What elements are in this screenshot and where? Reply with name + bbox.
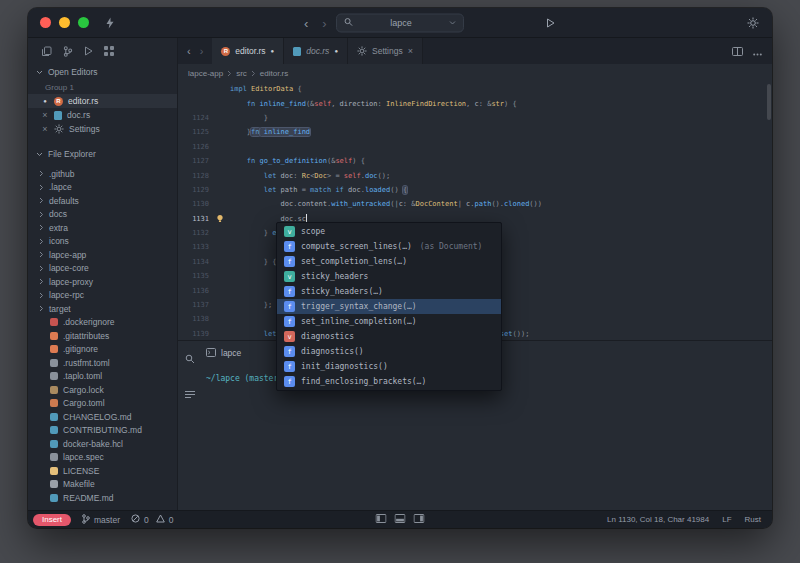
- modified-dot[interactable]: ●: [334, 48, 338, 54]
- open-editor-item[interactable]: ×doc.rs: [28, 108, 177, 122]
- sticky-code-line[interactable]: impl EditorData {: [178, 82, 772, 96]
- open-editor-item[interactable]: ×Settings: [28, 122, 177, 136]
- close-icon[interactable]: ×: [41, 111, 49, 120]
- file-tree-item[interactable]: .gitattributes: [28, 329, 177, 343]
- file-tree-item[interactable]: CONTRIBUTING.md: [28, 424, 177, 438]
- close-window-button[interactable]: [40, 17, 51, 28]
- file-tree-item[interactable]: Cargo.lock: [28, 383, 177, 397]
- completion-item[interactable]: fset_inline_completion(…): [277, 314, 501, 329]
- modified-dot[interactable]: ●: [41, 98, 49, 104]
- breadcrumb[interactable]: lapce-appsrceditor.rs: [178, 64, 772, 82]
- completion-item[interactable]: fset_completion_lens(…): [277, 254, 501, 269]
- file-tree-item[interactable]: docker-bake.hcl: [28, 437, 177, 451]
- folder-tree-item[interactable]: extra: [28, 221, 177, 235]
- terminal-tab[interactable]: lapce: [206, 348, 241, 359]
- tab-scroll-left-icon[interactable]: ‹: [187, 45, 191, 57]
- folder-tree-item[interactable]: lapce-rpc: [28, 289, 177, 303]
- completion-item[interactable]: vscope: [277, 224, 501, 239]
- scrollbar-thumb[interactable]: [767, 84, 771, 120]
- branch-indicator[interactable]: master: [82, 514, 120, 526]
- completion-item[interactable]: ftrigger_syntax_change(…): [277, 299, 501, 314]
- folder-tree-item[interactable]: .lapce: [28, 181, 177, 195]
- code-line[interactable]: 1125 }fn inline_find: [178, 125, 772, 139]
- folder-tree-item[interactable]: icons: [28, 235, 177, 249]
- maximize-window-button[interactable]: [78, 17, 89, 28]
- git-branch-icon: [82, 514, 90, 526]
- modified-dot[interactable]: ●: [271, 48, 275, 54]
- toggle-bottom-panel-icon[interactable]: [395, 514, 406, 525]
- file-tree-item[interactable]: Makefile: [28, 478, 177, 492]
- file-tree-item[interactable]: .rustfmt.toml: [28, 356, 177, 370]
- tab-scroll-right-icon[interactable]: ›: [200, 45, 204, 57]
- file-name: README.md: [63, 493, 114, 503]
- explorer-icon[interactable]: [41, 46, 52, 57]
- code-line[interactable]: 1127 fn go_to_definition(&self) {: [178, 154, 772, 168]
- file-tree-item[interactable]: Cargo.toml: [28, 397, 177, 411]
- open-editor-item[interactable]: ●Reditor.rs: [28, 94, 177, 108]
- completion-item[interactable]: vsticky_headers: [277, 269, 501, 284]
- tab-editor-rs[interactable]: Reditor.rs●: [212, 38, 284, 64]
- plugins-icon[interactable]: [104, 46, 114, 56]
- breadcrumb-item[interactable]: lapce-app: [188, 69, 223, 78]
- code-text: }: [230, 114, 268, 122]
- file-tree-item[interactable]: .gitignore: [28, 343, 177, 357]
- file-tree-item[interactable]: .taplo.toml: [28, 370, 177, 384]
- settings-gear-icon[interactable]: [747, 17, 759, 29]
- mode-indicator[interactable]: Insert: [33, 514, 71, 526]
- folder-tree-item[interactable]: defaults: [28, 194, 177, 208]
- completion-item[interactable]: finit_diagnostics(): [277, 359, 501, 374]
- code-line[interactable]: 1126: [178, 140, 772, 154]
- toggle-right-panel-icon[interactable]: [414, 514, 425, 525]
- code-line[interactable]: 1124 }: [178, 111, 772, 125]
- completion-item[interactable]: fsticky_headers(…): [277, 284, 501, 299]
- command-palette[interactable]: lapce: [336, 13, 464, 32]
- titlebar[interactable]: ‹ › lapce: [28, 8, 772, 38]
- file-tree-item[interactable]: lapce.spec: [28, 451, 177, 465]
- breadcrumb-item[interactable]: src: [236, 69, 247, 78]
- split-editor-icon[interactable]: [732, 42, 743, 60]
- file-tree-item[interactable]: CHANGELOG.md: [28, 410, 177, 424]
- completion-item[interactable]: fcompute_screen_lines(…)(as Document): [277, 239, 501, 254]
- navigate-back-button[interactable]: ‹: [304, 16, 308, 31]
- folder-tree-item[interactable]: docs: [28, 208, 177, 222]
- debug-icon[interactable]: [84, 46, 93, 56]
- tab-doc-rs[interactable]: doc.rs●: [284, 38, 348, 64]
- code-action-bulb-icon[interactable]: [214, 214, 230, 223]
- problems-icon[interactable]: [185, 385, 195, 403]
- close-icon[interactable]: ×: [408, 46, 413, 56]
- minimize-window-button[interactable]: [59, 17, 70, 28]
- completion-item[interactable]: fdiagnostics(): [277, 344, 501, 359]
- breadcrumb-item[interactable]: editor.rs: [260, 69, 288, 78]
- rust-file-icon: R: [221, 47, 230, 56]
- open-editors-header[interactable]: Open Editors: [28, 64, 177, 80]
- folder-tree-item[interactable]: lapce-core: [28, 262, 177, 276]
- completion-item[interactable]: ffind_enclosing_brackets(…): [277, 374, 501, 389]
- close-icon[interactable]: ×: [41, 125, 49, 134]
- folder-tree-item[interactable]: lapce-proxy: [28, 275, 177, 289]
- file-explorer-header[interactable]: File Explorer: [28, 146, 177, 162]
- code-line[interactable]: 1128 let doc: Rc<Doc> = self.doc();: [178, 168, 772, 182]
- tab-settings[interactable]: Settings×: [348, 38, 423, 64]
- line-ending-indicator[interactable]: LF: [722, 515, 731, 524]
- file-tree-item[interactable]: LICENSE: [28, 464, 177, 478]
- folder-tree-item[interactable]: .github: [28, 167, 177, 181]
- folder-tree-item[interactable]: target: [28, 302, 177, 316]
- code-line[interactable]: 1130 doc.content.with_untracked(|c: &Doc…: [178, 197, 772, 211]
- folder-tree-item[interactable]: lapce-app: [28, 248, 177, 262]
- run-button[interactable]: [546, 18, 555, 28]
- language-indicator[interactable]: Rust: [745, 515, 761, 524]
- file-tree-item[interactable]: .dockerignore: [28, 316, 177, 330]
- search-icon[interactable]: [185, 350, 195, 368]
- file-tree-item[interactable]: README.md: [28, 491, 177, 505]
- cursor-position[interactable]: Ln 1130, Col 18, Char 41984: [607, 515, 709, 524]
- completion-item[interactable]: vdiagnostics: [277, 329, 501, 344]
- line-number: 1137: [178, 301, 214, 309]
- toggle-left-panel-icon[interactable]: [376, 514, 387, 525]
- sticky-code-line[interactable]: fn inline_find(&self, direction: InlineF…: [178, 96, 772, 110]
- line-number: 1138: [178, 315, 214, 323]
- navigate-forward-button[interactable]: ›: [322, 16, 326, 31]
- problems-indicator[interactable]: 0 0: [131, 514, 173, 525]
- more-actions-icon[interactable]: [753, 42, 762, 60]
- code-line[interactable]: 1129 let path = match if doc.loaded() {: [178, 183, 772, 197]
- source-control-icon[interactable]: [63, 46, 73, 57]
